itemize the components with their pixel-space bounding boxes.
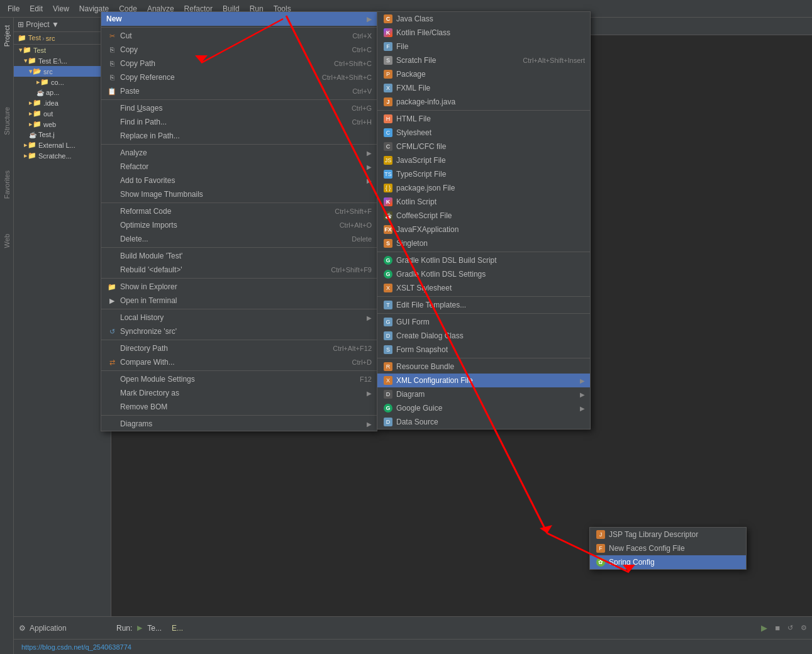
submenu-file[interactable]: F File [377, 40, 590, 53]
left-tab-favorites[interactable]: Favorites [2, 165, 12, 204]
submenu-kotlin[interactable]: K Kotlin File/Class [377, 26, 590, 40]
submenu-package[interactable]: P Package [377, 67, 590, 81]
submenu-cfml[interactable]: C CFML/CFC file [377, 140, 590, 153]
submenu-edit-templates[interactable]: T Edit File Templates... [377, 298, 590, 312]
menu-replace-in-path[interactable]: Replace in Path... [101, 129, 377, 143]
left-tab-project[interactable]: Project [2, 20, 12, 52]
menu-cut[interactable]: ✂ Cut Ctrl+X [101, 29, 377, 43]
submenu-pkg-info[interactable]: J package-info.java [377, 95, 590, 109]
diagram-icon: D [382, 390, 394, 399]
application-bar[interactable]: ⚙ Application [14, 616, 111, 639]
tree-testjava[interactable]: ☕ Test.j [14, 130, 111, 140]
submenu-coffee[interactable]: ☕ CoffeeScript File [377, 209, 590, 223]
submenu-dialog-class[interactable]: D Create Dialog Class [377, 329, 590, 343]
menu-edit[interactable]: Edit [25, 3, 48, 14]
faces-icon: F [595, 544, 606, 553]
menu-view[interactable]: View [48, 3, 74, 14]
menu-rebuild[interactable]: Rebuild '<default>' Ctrl+Shift+F9 [101, 263, 377, 277]
run-settings-btn[interactable]: ⚙ [801, 624, 807, 632]
tree-test-module[interactable]: ▾📁 Test E:\... [14, 55, 111, 66]
tree-external[interactable]: ▸📁 External L... [14, 140, 111, 150]
run-build-btn[interactable]: ↺ [787, 624, 793, 632]
coffee-icon: ☕ [382, 211, 394, 220]
submenu-xml-config[interactable]: X XML Configuration File ▶ [377, 374, 590, 387]
menu-remove-bom[interactable]: Remove BOM [101, 400, 377, 414]
submenu-java-class[interactable]: C Java Class [377, 12, 590, 26]
menu-dir-path[interactable]: Directory Path Ctrl+Alt+F12 [101, 341, 377, 355]
submenu-faces-config[interactable]: F New Faces Config File [590, 541, 746, 555]
menu-delete[interactable]: Delete... Delete [101, 232, 377, 246]
submenu-html[interactable]: H HTML File [377, 112, 590, 126]
menu-build-module[interactable]: Build Module 'Test' [101, 249, 377, 263]
submenu-stylesheet[interactable]: C Stylesheet [377, 126, 590, 140]
run-play-btn[interactable]: ▶ [761, 623, 767, 633]
singleton-icon: S [382, 239, 394, 248]
submenu-xslt[interactable]: X XSLT Stylesheet [377, 281, 590, 295]
menu-compare[interactable]: ⇄ Compare With... Ctrl+D [101, 355, 377, 369]
menu-optimize[interactable]: Optimize Imports Ctrl+Alt+O [101, 218, 377, 232]
submenu-scratch[interactable]: S Scratch File Ctrl+Alt+Shift+Insert [377, 53, 590, 67]
menu-find-path-label: Find in Path... [120, 118, 342, 126]
tree-web[interactable]: ▸📁 web [14, 119, 111, 130]
menu-paste[interactable]: 📋 Paste Ctrl+V [101, 84, 377, 98]
menu-reformat[interactable]: Reformat Code Ctrl+Shift+F [101, 204, 377, 218]
run-stop-btn[interactable]: ■ [775, 623, 780, 633]
menu-copy[interactable]: ⎘ Copy Ctrl+C [101, 43, 377, 57]
menu-thumbnails[interactable]: Show Image Thumbnails [101, 187, 377, 201]
submenu-ts[interactable]: TS TypeScript File [377, 167, 590, 181]
menu-refactor[interactable]: Refactor ▶ [101, 160, 377, 174]
submenu-gradle-settings[interactable]: G Gradle Kotlin DSL Settings [377, 267, 590, 281]
menu-module-settings[interactable]: Open Module Settings F12 [101, 372, 377, 386]
diagrams-arrow: ▶ [367, 421, 372, 428]
scratch-icon: S [382, 56, 394, 65]
submenu-google-guice[interactable]: G Google Guice ▶ [377, 401, 590, 415]
menu-open-terminal[interactable]: ▶ Open in Terminal [101, 294, 377, 308]
submenu-jsp-tag[interactable]: J JSP Tag Library Descriptor [590, 528, 746, 541]
menu-item-new[interactable]: New ▶ [101, 12, 377, 26]
tree-scratch[interactable]: ▸📁 Scratche... [14, 150, 111, 161]
scratch-shortcut: Ctrl+Alt+Shift+Insert [523, 57, 585, 64]
submenu-gradle-build[interactable]: G Gradle Kotlin DSL Build Script [377, 253, 590, 267]
submenu-js[interactable]: JS JavaScript File [377, 153, 590, 167]
submenu-diagram[interactable]: D Diagram ▶ [377, 387, 590, 401]
tree-co[interactable]: ▸📁 co... [14, 77, 111, 87]
menu-add-favorites[interactable]: Add to Favorites ▶ [101, 174, 377, 187]
submenu-resource-bundle[interactable]: R Resource Bundle [377, 360, 590, 374]
menu-copy-label: Copy [120, 45, 342, 54]
refactor-arrow: ▶ [367, 164, 372, 170]
submenu-fxml[interactable]: X FXML File [377, 81, 590, 95]
menu-analyze[interactable]: Analyze ▶ [101, 146, 377, 160]
menu-copy-path[interactable]: ⎘ Copy Path Ctrl+Shift+C [101, 57, 377, 70]
menu-copy-reference[interactable]: ⎘ Copy Reference Ctrl+Alt+Shift+C [101, 70, 377, 84]
submenu-kotlin-script[interactable]: K Kotlin Script [377, 195, 590, 209]
menu-copy-shortcut: Ctrl+C [352, 46, 372, 53]
run-label: Run: [116, 624, 132, 633]
submenu-form-snapshot[interactable]: S Form Snapshot [377, 343, 590, 357]
left-tab-web[interactable]: Web [2, 229, 12, 253]
data-source-label: Data Source [396, 418, 585, 426]
menu-find-in-path[interactable]: Find in Path... Ctrl+H [101, 115, 377, 129]
menu-rebuild-label: Rebuild '<default>' [120, 265, 321, 274]
status-bar: ⚙ https://blog.csdn.net/q_2540638774 [0, 639, 812, 654]
submenu-data-source[interactable]: D Data Source [377, 415, 590, 429]
menu-synchronize[interactable]: ↺ Synchronize 'src' [101, 324, 377, 338]
menu-find-usages[interactable]: Find Usages Ctrl+G [101, 101, 377, 115]
submenu-javafx[interactable]: FX JavaFXApplication [377, 223, 590, 236]
tree-ap[interactable]: ☕ ap... [14, 87, 111, 97]
tree-src[interactable]: ▾📂 src [14, 66, 111, 77]
menu-mark-directory[interactable]: Mark Directory as ▶ [101, 386, 377, 400]
menu-file[interactable]: File [3, 3, 25, 14]
menu-local-history[interactable]: Local History ▶ [101, 311, 377, 324]
tree-out[interactable]: ▸📁 out [14, 108, 111, 119]
submenu-gui-form[interactable]: G GUI Form [377, 315, 590, 329]
tree-test[interactable]: ▾📁 Test [14, 45, 111, 55]
menu-paste-shortcut: Ctrl+V [352, 87, 372, 95]
menu-diagrams[interactable]: Diagrams ▶ [101, 417, 377, 431]
status-url[interactable]: https://blog.csdn.net/q_2540638774 [21, 643, 131, 651]
left-tab-structure[interactable]: Structure [2, 102, 12, 140]
tree-idea[interactable]: ▸📁 .idea [14, 97, 111, 108]
submenu-spring-config[interactable]: ✿ Spring Config [590, 555, 746, 569]
submenu-singleton[interactable]: S Singleton [377, 236, 590, 250]
menu-show-explorer[interactable]: 📁 Show in Explorer [101, 280, 377, 294]
submenu-pkg-json[interactable]: { } package.json File [377, 181, 590, 195]
